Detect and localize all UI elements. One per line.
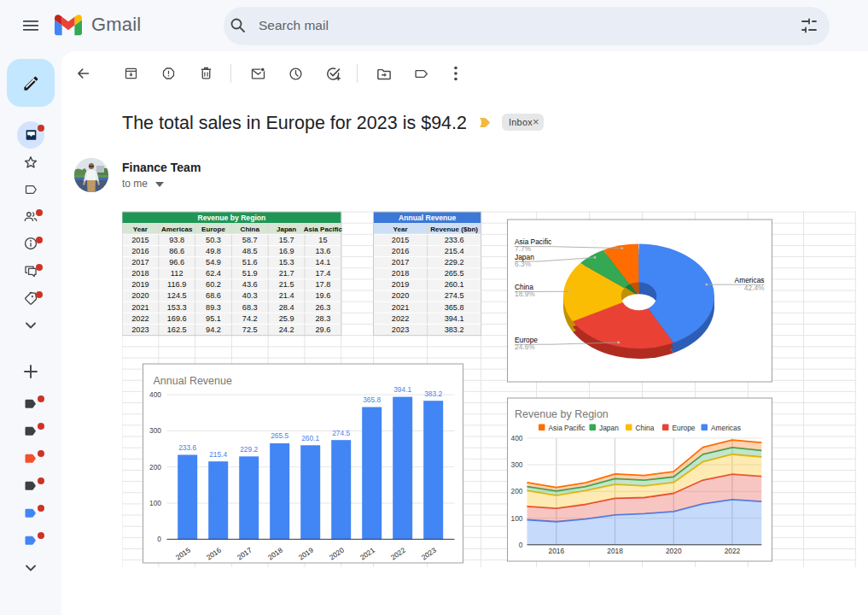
svg-text:21.7: 21.7 (279, 269, 294, 278)
svg-text:42.4%: 42.4% (744, 284, 765, 292)
svg-text:Year: Year (393, 226, 408, 233)
svg-text:2020: 2020 (666, 547, 682, 555)
svg-text:2018: 2018 (131, 269, 149, 278)
svg-text:25.9: 25.9 (279, 314, 294, 323)
svg-text:2020: 2020 (392, 291, 409, 300)
svg-text:60.2: 60.2 (206, 280, 221, 289)
svg-text:Year: Year (133, 226, 149, 233)
svg-text:86.6: 86.6 (169, 247, 184, 255)
svg-text:Annual Revenue: Annual Revenue (154, 375, 232, 387)
svg-text:233.6: 233.6 (445, 236, 464, 244)
svg-text:43.6: 43.6 (242, 280, 258, 289)
svg-text:2018: 2018 (607, 547, 623, 555)
svg-text:383.2: 383.2 (424, 390, 442, 398)
svg-text:16.9: 16.9 (279, 247, 294, 255)
svg-text:Americas: Americas (161, 226, 193, 233)
svg-text:229.2: 229.2 (445, 258, 464, 266)
svg-text:18.9%: 18.9% (515, 290, 535, 298)
svg-text:28.3: 28.3 (315, 314, 330, 323)
svg-text:265.5: 265.5 (271, 431, 288, 440)
svg-text:Revenue by Region: Revenue by Region (198, 214, 266, 222)
svg-text:400: 400 (149, 390, 161, 399)
svg-text:2023: 2023 (131, 325, 149, 334)
svg-text:21.5: 21.5 (279, 280, 294, 289)
svg-text:49.8: 49.8 (206, 247, 221, 255)
svg-text:72.5: 72.5 (242, 325, 258, 334)
svg-text:24.6%: 24.6% (515, 343, 535, 351)
svg-text:50.3: 50.3 (206, 236, 221, 244)
svg-text:2022: 2022 (392, 314, 409, 323)
svg-text:Annual Revenue: Annual Revenue (399, 214, 457, 222)
svg-text:Europe: Europe (673, 424, 696, 432)
svg-text:62.4: 62.4 (206, 269, 221, 278)
svg-text:394.1: 394.1 (445, 314, 464, 323)
svg-text:365.8: 365.8 (445, 303, 464, 312)
svg-text:2021: 2021 (131, 303, 149, 312)
svg-text:29.6: 29.6 (315, 325, 330, 334)
svg-text:365.8: 365.8 (363, 395, 381, 404)
svg-text:40.3: 40.3 (242, 291, 258, 300)
svg-text:215.4: 215.4 (445, 247, 464, 255)
svg-text:2019: 2019 (392, 280, 409, 289)
svg-text:153.3: 153.3 (167, 303, 187, 312)
svg-text:68.3: 68.3 (242, 303, 258, 312)
svg-text:162.5: 162.5 (167, 325, 187, 334)
svg-text:28.4: 28.4 (279, 303, 294, 312)
svg-text:2016: 2016 (392, 247, 409, 255)
svg-text:24.2: 24.2 (279, 325, 294, 334)
svg-text:48.5: 48.5 (242, 247, 258, 255)
svg-text:2023: 2023 (392, 325, 409, 334)
svg-text:51.9: 51.9 (242, 269, 258, 278)
svg-text:93.8: 93.8 (169, 236, 184, 244)
svg-text:112: 112 (171, 269, 184, 278)
svg-text:394.1: 394.1 (393, 385, 411, 394)
svg-text:19.6: 19.6 (315, 291, 330, 300)
svg-text:229.2: 229.2 (240, 445, 258, 454)
svg-text:Revenue by Region: Revenue by Region (515, 408, 609, 420)
svg-text:0: 0 (519, 541, 523, 549)
svg-text:2015: 2015 (392, 236, 409, 244)
svg-text:2020: 2020 (131, 291, 149, 300)
svg-text:233.6: 233.6 (178, 443, 196, 452)
svg-text:17.8: 17.8 (315, 280, 330, 289)
svg-text:Europe: Europe (201, 226, 225, 233)
svg-text:300: 300 (511, 460, 523, 469)
svg-text:169.6: 169.6 (167, 314, 187, 323)
svg-text:94.2: 94.2 (206, 325, 221, 334)
svg-text:2022: 2022 (131, 314, 149, 323)
svg-text:2019: 2019 (131, 280, 149, 289)
svg-text:2022: 2022 (725, 547, 741, 555)
svg-text:68.6: 68.6 (206, 291, 221, 300)
svg-text:274.5: 274.5 (445, 291, 464, 300)
svg-text:17.4: 17.4 (315, 269, 330, 278)
svg-text:0: 0 (157, 535, 161, 543)
svg-text:100: 100 (149, 499, 161, 507)
svg-text:China: China (636, 424, 655, 432)
svg-text:Asia Pacific: Asia Pacific (304, 226, 343, 233)
svg-text:2016: 2016 (131, 247, 149, 255)
svg-text:China: China (241, 226, 260, 233)
svg-text:Japan: Japan (277, 226, 296, 233)
svg-text:Americas: Americas (711, 424, 741, 432)
svg-text:Asia Pacific: Asia Pacific (549, 424, 585, 432)
svg-text:116.9: 116.9 (167, 280, 186, 289)
svg-text:58.7: 58.7 (242, 236, 258, 244)
svg-text:2016: 2016 (549, 547, 565, 555)
svg-text:51.6: 51.6 (242, 258, 258, 266)
svg-text:260.1: 260.1 (445, 280, 464, 289)
svg-text:400: 400 (511, 434, 523, 442)
svg-text:300: 300 (149, 426, 161, 435)
svg-text:124.5: 124.5 (167, 291, 187, 300)
svg-text:215.4: 215.4 (209, 450, 227, 459)
svg-text:Revenue ($bn): Revenue ($bn) (430, 226, 478, 233)
svg-text:15.7: 15.7 (279, 236, 294, 244)
svg-text:383.2: 383.2 (445, 325, 464, 334)
svg-text:89.3: 89.3 (206, 303, 221, 312)
svg-text:95.1: 95.1 (206, 314, 221, 323)
svg-text:21.4: 21.4 (279, 291, 294, 300)
svg-text:200: 200 (511, 487, 523, 495)
svg-text:7.7%: 7.7% (515, 244, 532, 253)
svg-text:2018: 2018 (392, 269, 409, 278)
svg-text:74.2: 74.2 (242, 314, 258, 323)
svg-text:260.1: 260.1 (301, 434, 319, 442)
